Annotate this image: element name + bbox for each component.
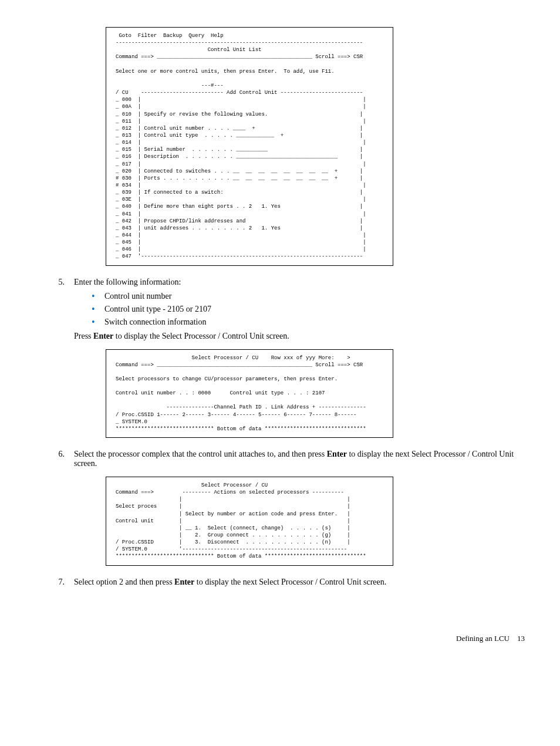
footer-page-number: 13 xyxy=(517,634,525,643)
step-press-enter: Press Enter to display the Select Proces… xyxy=(74,332,525,341)
footer-section: Defining an LCU xyxy=(456,634,510,643)
terminal-screen-select-processor-1: Select Processor / CU Row xxx of yyy Mor… xyxy=(106,349,393,438)
step-number: 6. xyxy=(35,450,74,468)
terminal-screen-add-control-unit: Goto Filter Backup Query Help ----------… xyxy=(106,27,393,266)
bullet-cu-number: Control unit number xyxy=(92,292,525,301)
step-intro: Enter the following information: xyxy=(74,278,525,287)
terminal-screen-select-processor-2: Select Processor / CU Command ===> -----… xyxy=(106,477,393,566)
step-text: Select option 2 and then press Enter to … xyxy=(74,578,525,587)
step-7: 7. Select option 2 and then press Enter … xyxy=(35,578,525,587)
step-number: 5. xyxy=(35,278,74,341)
step-6: 6. Select the processor complex that the… xyxy=(35,450,525,468)
bullet-cu-type: Control unit type - 2105 or 2107 xyxy=(92,305,525,314)
step-number: 7. xyxy=(35,578,74,587)
step-text: Select the processor complex that the co… xyxy=(74,450,525,468)
bullet-switch-info: Switch connection information xyxy=(92,318,525,327)
page-footer: Defining an LCU 13 xyxy=(35,634,525,643)
step-5: 5. Enter the following information: Cont… xyxy=(35,278,525,341)
